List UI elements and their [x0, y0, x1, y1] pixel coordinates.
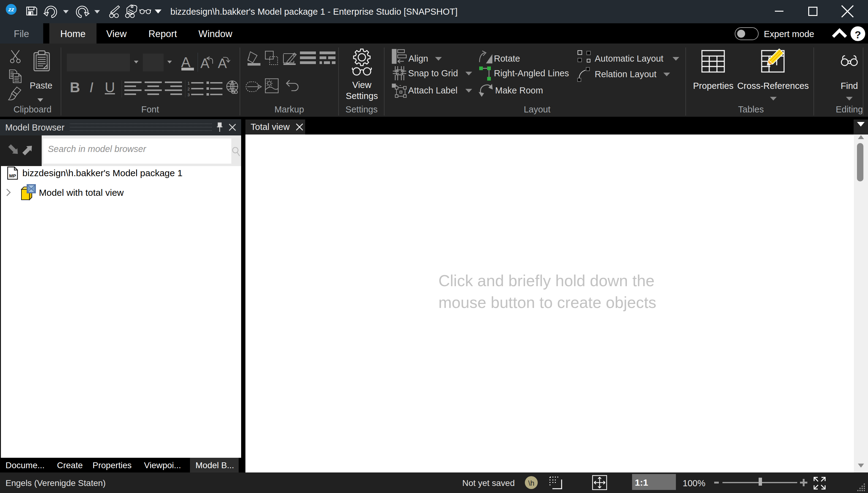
- svg-text:2: 2: [188, 87, 190, 91]
- svg-text:1: 1: [188, 81, 190, 85]
- svg-text:MP: MP: [9, 173, 16, 178]
- svg-text:3: 3: [188, 92, 190, 97]
- svg-text:zz: zz: [8, 6, 15, 13]
